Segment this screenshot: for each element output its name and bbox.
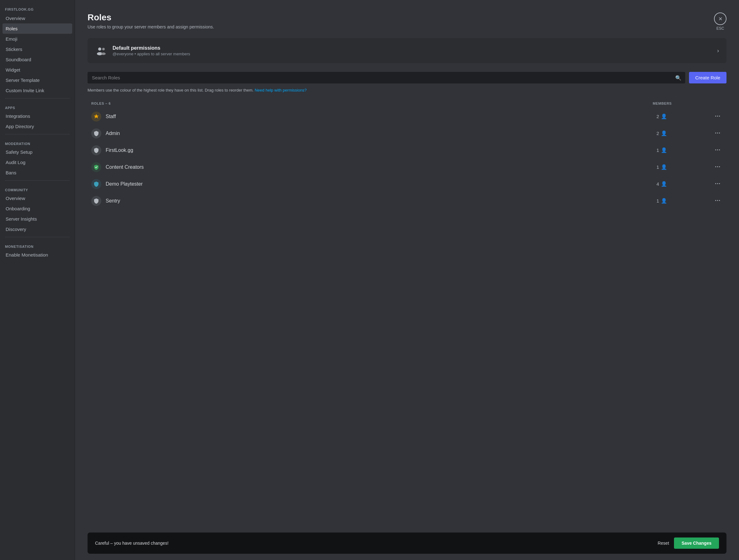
sidebar-item-enable-monetisation[interactable]: Enable Monetisation: [2, 250, 72, 260]
sidebar-item-roles[interactable]: Roles: [2, 23, 72, 34]
role-row-sentry[interactable]: Sentry1👤···: [88, 193, 727, 209]
role-name-content-creators: Content Creators: [106, 164, 656, 170]
section-label-apps: APPS: [2, 101, 72, 111]
reset-button[interactable]: Reset: [658, 541, 669, 546]
search-input[interactable]: [88, 72, 685, 83]
role-members-admin: 2👤: [656, 130, 713, 136]
section-label-moderation: MODERATION: [2, 137, 72, 147]
members-count-demo-playtester: 4: [656, 181, 659, 187]
role-members-demo-playtester: 4👤: [656, 181, 713, 187]
role-icon-demo-playtester: [91, 179, 101, 189]
sidebar-item-safety-setup[interactable]: Safety Setup: [2, 147, 72, 157]
role-members-staff: 2👤: [656, 114, 713, 119]
chevron-right-icon: ›: [717, 47, 719, 54]
sidebar-item-stickers[interactable]: Stickers: [2, 44, 72, 54]
esc-label: ESC: [717, 26, 724, 31]
svg-point-2: [102, 48, 105, 50]
role-members-sentry: 1👤: [656, 198, 713, 204]
esc-circle-icon: ✕: [714, 12, 727, 25]
page-title: Roles: [88, 12, 214, 22]
default-permissions-subtitle: @everyone • applies to all server member…: [113, 51, 190, 56]
roles-col-name-label: ROLES – 6: [91, 102, 653, 105]
sidebar-item-audit-log[interactable]: Audit Log: [2, 157, 72, 168]
members-count-firstlook-gg: 1: [656, 148, 659, 153]
sidebar-divider-monetisation: [5, 237, 70, 237]
member-icon-sentry: 👤: [661, 198, 667, 204]
sidebar-item-discovery[interactable]: Discovery: [2, 224, 72, 234]
sidebar-item-bans[interactable]: Bans: [2, 168, 72, 178]
role-more-btn-content-creators[interactable]: ···: [713, 162, 723, 172]
sidebar-divider-apps: [5, 98, 70, 99]
save-bar-actions: Reset Save Changes: [658, 538, 719, 549]
members-count-admin: 2: [656, 131, 659, 136]
roles-table-header: ROLES – 6 MEMBERS: [88, 100, 727, 107]
sidebar-item-soundboard[interactable]: Soundboard: [2, 54, 72, 65]
role-row-demo-playtester[interactable]: Demo Playtester4👤···: [88, 176, 727, 192]
page-header: Roles Use roles to group your server mem…: [88, 12, 727, 31]
sidebar-item-onboarding[interactable]: Onboarding: [2, 203, 72, 214]
role-row-staff[interactable]: Staff2👤···: [88, 109, 727, 125]
sidebar-item-server-template[interactable]: Server Template: [2, 75, 72, 85]
role-name-sentry: Sentry: [106, 198, 656, 204]
member-icon-content-creators: 👤: [661, 164, 667, 170]
help-text: Members use the colour of the highest ro…: [88, 87, 727, 94]
roles-list: Staff2👤···Admin2👤···FirstLook.gg1👤···Con…: [88, 109, 727, 209]
sidebar-item-overview-top[interactable]: Overview: [2, 13, 72, 23]
default-permissions-info: Default permissions @everyone • applies …: [113, 45, 190, 56]
sidebar-divider-community: [5, 180, 70, 181]
role-more-btn-admin[interactable]: ···: [713, 129, 723, 139]
esc-button[interactable]: ✕ ESC: [714, 12, 727, 31]
role-members-content-creators: 1👤: [656, 164, 713, 170]
svg-point-3: [101, 52, 106, 55]
sidebar-item-widget[interactable]: Widget: [2, 65, 72, 75]
section-label-monetisation: MONETISATION: [2, 240, 72, 250]
role-name-admin: Admin: [106, 131, 656, 136]
role-name-firstlook-gg: FirstLook.gg: [106, 148, 656, 153]
sidebar-item-custom-invite-link[interactable]: Custom Invite Link: [2, 85, 72, 96]
sidebar-item-app-directory[interactable]: App Directory: [2, 121, 72, 132]
search-create-row: 🔍 Create Role: [88, 72, 727, 83]
role-name-demo-playtester: Demo Playtester: [106, 181, 656, 187]
page-header-text: Roles Use roles to group your server mem…: [88, 12, 214, 29]
role-icon-content-creators: [91, 162, 101, 172]
create-role-button[interactable]: Create Role: [689, 72, 727, 83]
role-more-btn-sentry[interactable]: ···: [713, 196, 723, 206]
role-row-content-creators[interactable]: Content Creators1👤···: [88, 159, 727, 175]
sidebar: FIRSTLOOK.GG OverviewRolesEmojiStickersS…: [0, 0, 75, 560]
sidebar-item-emoji[interactable]: Emoji: [2, 34, 72, 44]
save-bar: Careful – you have unsaved changes! Rese…: [88, 533, 727, 554]
role-more-btn-firstlook-gg[interactable]: ···: [713, 145, 723, 155]
page-subtitle: Use roles to group your server members a…: [88, 24, 214, 29]
sidebar-item-integrations[interactable]: Integrations: [2, 111, 72, 121]
default-permissions-title: Default permissions: [113, 45, 190, 51]
sidebar-item-community-overview[interactable]: Overview: [2, 193, 72, 203]
sidebar-divider-moderation: [5, 134, 70, 134]
role-members-firstlook-gg: 1👤: [656, 147, 713, 153]
svg-point-0: [98, 47, 101, 51]
role-icon-staff: [91, 112, 101, 122]
role-more-btn-demo-playtester[interactable]: ···: [713, 179, 723, 189]
roles-col-members-label: MEMBERS: [653, 102, 709, 105]
role-icon-firstlook-gg: [91, 145, 101, 155]
role-icon-admin: [91, 129, 101, 139]
main-content: Roles Use roles to group your server mem…: [75, 0, 739, 560]
server-name: FIRSTLOOK.GG: [2, 5, 72, 13]
role-more-btn-staff[interactable]: ···: [713, 112, 723, 122]
sidebar-item-server-insights[interactable]: Server Insights: [2, 214, 72, 224]
default-permissions-left: Default permissions @everyone • applies …: [95, 44, 190, 57]
save-bar-warning: Careful – you have unsaved changes!: [95, 541, 168, 546]
role-row-admin[interactable]: Admin2👤···: [88, 125, 727, 142]
member-icon-staff: 👤: [661, 114, 667, 119]
save-changes-button[interactable]: Save Changes: [674, 538, 719, 549]
role-icon-sentry: [91, 196, 101, 206]
everyone-icon: [95, 44, 108, 57]
members-count-sentry: 1: [656, 198, 659, 203]
members-count-staff: 2: [656, 114, 659, 119]
member-icon-admin: 👤: [661, 130, 667, 136]
search-input-wrapper: 🔍: [88, 72, 685, 83]
member-icon-firstlook-gg: 👤: [661, 147, 667, 153]
help-link[interactable]: Need help with permissions?: [255, 88, 307, 92]
section-label-community: COMMUNITY: [2, 183, 72, 193]
default-permissions-card[interactable]: Default permissions @everyone • applies …: [88, 38, 727, 63]
role-row-firstlook-gg[interactable]: FirstLook.gg1👤···: [88, 142, 727, 158]
